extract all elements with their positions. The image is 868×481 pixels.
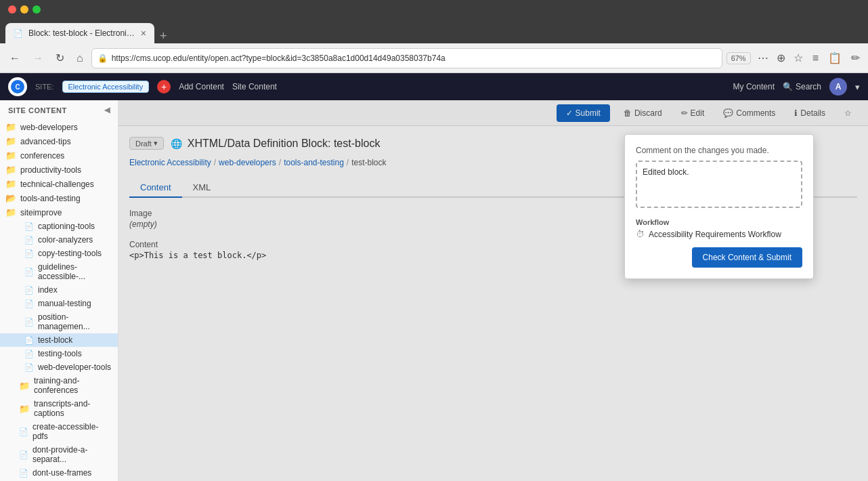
browser-chrome: 📄 Block: test-block - Electronic A × + ←… bbox=[0, 0, 868, 73]
file-icon: 📄 bbox=[19, 469, 28, 478]
file-icon: 📄 bbox=[24, 286, 34, 295]
file-icon: 📄 bbox=[24, 268, 34, 276]
workflow-item-label: Accessibility Requirements Workflow bbox=[649, 230, 781, 239]
pocket-button[interactable]: ⊕ bbox=[774, 49, 788, 67]
folder-icon: 📁 bbox=[5, 179, 16, 189]
site-badge-text: Electronic Accessibility bbox=[68, 83, 144, 91]
sidebar-item-testing-tools[interactable]: 📄 testing-tools bbox=[0, 347, 118, 360]
sidebar-item-test-block[interactable]: 📄 test-block bbox=[0, 333, 118, 347]
browser-tab[interactable]: 📄 Block: test-block - Electronic A × bbox=[5, 23, 154, 43]
sidebar: SITE CONTENT ◀ 📁 web-developers 📁 advanc… bbox=[0, 100, 118, 481]
minimize-window-button[interactable] bbox=[20, 5, 28, 14]
sidebar-item-productivity-tools[interactable]: 📁 productivity-tools bbox=[0, 163, 118, 177]
sidebar-item-color-analyzers[interactable]: 📄 color-analyzers bbox=[0, 233, 118, 247]
sidebar-item-transcripts-and-captions[interactable]: 📁 transcripts-and-captions bbox=[0, 397, 118, 420]
tab-bar: 📄 Block: test-block - Electronic A × + bbox=[0, 19, 868, 43]
sidebar-item-captioning-tools[interactable]: 📄 captioning-tools bbox=[0, 219, 118, 233]
main-area: SITE CONTENT ◀ 📁 web-developers 📁 advanc… bbox=[0, 100, 868, 481]
sidebar-item-siteimprove[interactable]: 📁 siteimprove bbox=[0, 205, 118, 219]
file-icon: 📄 bbox=[24, 363, 34, 372]
sidebar-item-web-developer-tools[interactable]: 📄 web-developer-tools bbox=[0, 360, 118, 374]
sidebar-item-web-developers[interactable]: 📁 web-developers bbox=[0, 120, 118, 134]
back-button[interactable]: ← bbox=[5, 49, 24, 67]
sidebar-item-label: tools-and-testing bbox=[20, 194, 81, 203]
close-window-button[interactable] bbox=[8, 5, 16, 14]
sidebar-item-tools-and-testing[interactable]: 📂 tools-and-testing bbox=[0, 191, 118, 205]
my-content-link[interactable]: My Content bbox=[733, 82, 775, 91]
sidebar-item-advanced-tips[interactable]: 📁 advanced-tips bbox=[0, 134, 118, 148]
sidebar-item-label: index bbox=[38, 285, 58, 295]
modal-actions: Check Content & Submit bbox=[636, 247, 802, 268]
search-button[interactable]: 🔍 Search bbox=[783, 82, 821, 91]
file-icon: 📄 bbox=[19, 451, 28, 459]
file-icon: 📄 bbox=[24, 236, 34, 245]
check-content-submit-button[interactable]: Check Content & Submit bbox=[692, 247, 802, 268]
zoom-level[interactable]: 67% bbox=[726, 52, 751, 64]
nav-actions: ⋯ ⊕ ☆ bbox=[755, 49, 806, 67]
forward-button[interactable]: → bbox=[28, 49, 47, 67]
modal-comment-label: Comment on the changes you made. bbox=[636, 146, 802, 155]
sidebar-item-position-management[interactable]: 📄 position-managemen... bbox=[0, 310, 118, 333]
cms-header: C SITE: Electronic Accessibility + Add C… bbox=[0, 73, 868, 100]
workflow-clock-icon: ⏱ bbox=[636, 229, 645, 239]
sidebar-item-label: captioning-tools bbox=[38, 222, 95, 231]
sidebar-item-create-accessible-pdfs[interactable]: 📄 create-accessible-pdfs bbox=[0, 420, 118, 443]
sidebar-item-label: copy-testing-tools bbox=[38, 249, 102, 258]
sidebar-item-dont-provide-a-separat[interactable]: 📄 dont-provide-a-separat... bbox=[0, 443, 118, 466]
bookmark-button[interactable]: ☆ bbox=[791, 49, 806, 67]
my-content-label: My Content bbox=[733, 82, 775, 91]
sidebar-item-label: dont-provide-a-separat... bbox=[32, 445, 112, 464]
sidebar-item-copy-testing-tools[interactable]: 📄 copy-testing-tools bbox=[0, 247, 118, 260]
folder-icon: 📁 bbox=[5, 207, 16, 217]
search-label: Search bbox=[796, 82, 821, 91]
sidebar-item-label: dont-use-frames bbox=[32, 468, 91, 478]
sidebar-item-guidelines-accessible[interactable]: 📄 guidelines-accessible-... bbox=[0, 260, 118, 283]
sidebar-item-index[interactable]: 📄 index bbox=[0, 283, 118, 297]
reader-view-button[interactable]: 📋 bbox=[825, 49, 844, 67]
sidebar-toggle-button[interactable]: ≡ bbox=[810, 49, 821, 67]
cms-logo-inner: C bbox=[11, 80, 24, 93]
submit-modal: Comment on the changes you made. Edited … bbox=[624, 134, 814, 279]
user-avatar[interactable]: A bbox=[829, 78, 847, 96]
folder-icon: 📁 bbox=[19, 381, 30, 391]
header-right: My Content 🔍 Search A ▾ bbox=[733, 78, 860, 96]
folder-icon: 📁 bbox=[5, 122, 16, 132]
new-tab-button[interactable]: + bbox=[160, 29, 167, 43]
sidebar-item-label: test-block bbox=[38, 335, 72, 345]
site-content-link[interactable]: Site Content bbox=[232, 82, 277, 91]
sidebar-item-label: advanced-tips bbox=[20, 137, 71, 146]
extensions-button[interactable]: ⋯ bbox=[755, 49, 771, 67]
sidebar-item-label: create-accessible-pdfs bbox=[32, 422, 112, 441]
sidebar-item-label: conferences bbox=[20, 151, 64, 161]
sidebar-item-label: manual-testing bbox=[38, 299, 91, 308]
file-icon: 📄 bbox=[24, 249, 34, 258]
reload-button[interactable]: ↻ bbox=[51, 49, 68, 67]
tab-close-button[interactable]: × bbox=[141, 28, 146, 39]
sidebar-item-technical-challenges[interactable]: 📁 technical-challenges bbox=[0, 177, 118, 191]
sidebar-item-conferences[interactable]: 📁 conferences bbox=[0, 148, 118, 163]
modal-workflow: Workflow ⏱ Accessibility Requirements Wo… bbox=[636, 218, 802, 239]
sidebar-item-label: technical-challenges bbox=[20, 180, 94, 189]
screenshot-button[interactable]: ✏ bbox=[848, 49, 863, 67]
user-dropdown-arrow[interactable]: ▾ bbox=[855, 82, 860, 92]
home-button[interactable]: ⌂ bbox=[72, 49, 87, 67]
sidebar-collapse-button[interactable]: ◀ bbox=[104, 106, 110, 114]
modal-comment-textarea[interactable]: Edited block. bbox=[636, 161, 802, 208]
traffic-lights bbox=[8, 5, 41, 14]
add-content-link[interactable]: Add Content bbox=[179, 82, 224, 91]
address-bar[interactable]: 🔒 https://cms.ucop.edu/entity/open.act?t… bbox=[91, 48, 722, 68]
file-icon: 📄 bbox=[24, 299, 34, 308]
sidebar-item-manual-testing[interactable]: 📄 manual-testing bbox=[0, 297, 118, 310]
sidebar-item-label: testing-tools bbox=[38, 349, 82, 358]
address-text: https://cms.ucop.edu/entity/open.act?typ… bbox=[112, 54, 716, 63]
maximize-window-button[interactable] bbox=[32, 5, 41, 14]
title-bar bbox=[0, 0, 868, 19]
site-badge[interactable]: Electronic Accessibility bbox=[62, 81, 150, 93]
sidebar-item-training-and-conferences[interactable]: 📁 training-and-conferences bbox=[0, 374, 118, 397]
sidebar-item-dont-use-frames[interactable]: 📄 dont-use-frames bbox=[0, 466, 118, 480]
add-content-plus-button[interactable]: + bbox=[157, 80, 171, 93]
folder-icon: 📁 bbox=[5, 150, 16, 161]
file-icon: 📄 bbox=[19, 427, 28, 436]
site-label: SITE: bbox=[35, 83, 54, 91]
sidebar-item-label: web-developer-tools bbox=[38, 362, 111, 372]
